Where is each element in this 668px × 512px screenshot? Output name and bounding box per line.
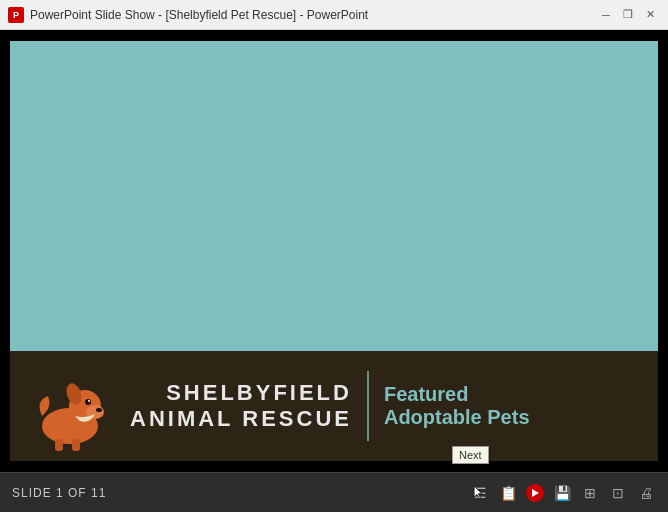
slide-container[interactable]: SHELBYFIELD ANIMAL RESCUE Featured Adopt… — [0, 30, 668, 472]
grid-view-icon[interactable]: ⊞ — [580, 485, 600, 501]
svg-rect-8 — [72, 439, 80, 451]
reading-view-icon[interactable]: ⊡ — [608, 485, 628, 501]
restore-button[interactable]: ❒ — [618, 6, 638, 24]
save-icon[interactable]: 💾 — [552, 485, 572, 501]
notes-icon[interactable]: 📋 — [498, 485, 518, 501]
title-bar: P PowerPoint Slide Show - [Shelbyfield P… — [0, 0, 668, 30]
status-bar: SLIDE 1 OF 11 ☰ 📋 💾 ⊞ ⊡ 🖨 — [0, 472, 668, 512]
org-name-line2: ANIMAL RESCUE — [130, 406, 352, 432]
svg-point-6 — [96, 408, 102, 412]
org-name-line1: SHELBYFIELD — [130, 380, 352, 406]
slide-area: SHELBYFIELD ANIMAL RESCUE Featured Adopt… — [0, 30, 668, 472]
powerpoint-icon: P — [8, 7, 24, 23]
dog-illustration — [30, 361, 110, 451]
featured-line2: Adoptable Pets — [384, 406, 530, 429]
close-button[interactable]: ✕ — [640, 6, 660, 24]
svg-rect-7 — [55, 439, 63, 451]
presentation-slide: SHELBYFIELD ANIMAL RESCUE Featured Adopt… — [10, 41, 658, 461]
title-bar-left: P PowerPoint Slide Show - [Shelbyfield P… — [8, 7, 368, 23]
org-name: SHELBYFIELD ANIMAL RESCUE — [130, 380, 352, 432]
banner-text-area: SHELBYFIELD ANIMAL RESCUE Featured Adopt… — [130, 371, 530, 441]
slide-upper-area — [10, 41, 658, 351]
play-button[interactable] — [526, 484, 544, 502]
minimize-button[interactable]: ─ — [596, 6, 616, 24]
cursor — [472, 486, 486, 500]
slide-banner: SHELBYFIELD ANIMAL RESCUE Featured Adopt… — [10, 351, 658, 461]
svg-point-4 — [85, 399, 91, 405]
slide-counter: SLIDE 1 OF 11 — [12, 486, 106, 500]
featured-text: Featured Adoptable Pets — [384, 383, 530, 429]
status-icons: ☰ 📋 💾 ⊞ ⊡ 🖨 — [470, 484, 656, 502]
window-title: PowerPoint Slide Show - [Shelbyfield Pet… — [30, 8, 368, 22]
banner-divider — [367, 371, 369, 441]
svg-point-5 — [88, 400, 90, 402]
featured-line1: Featured — [384, 383, 530, 406]
print-icon[interactable]: 🖨 — [636, 485, 656, 501]
window-controls: ─ ❒ ✕ — [596, 6, 660, 24]
